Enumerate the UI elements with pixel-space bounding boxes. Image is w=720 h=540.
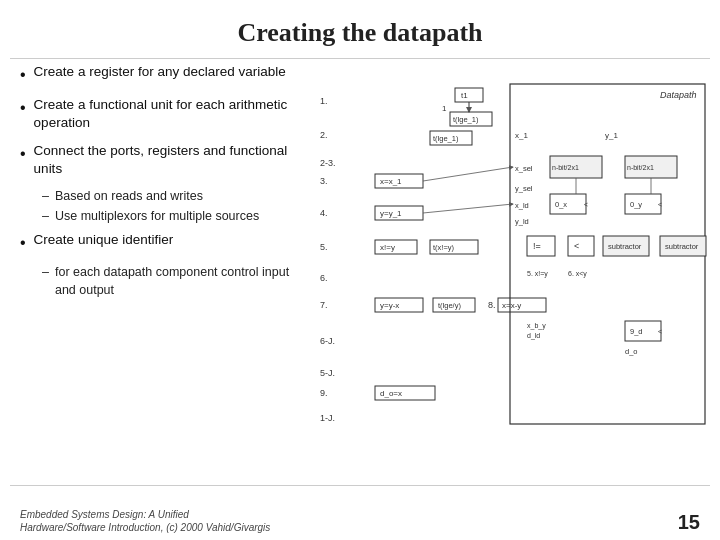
svg-text:t(lge_1): t(lge_1)	[433, 134, 459, 143]
svg-text:n-bit/2x1: n-bit/2x1	[627, 164, 654, 171]
sub-bullet-3-1: – Based on reads and writes	[42, 188, 310, 206]
sub-bullet-text-4-1: for each datapath component control inpu…	[55, 264, 310, 299]
sub-bullets-3: – Based on reads and writes – Use multip…	[42, 188, 310, 225]
svg-text:y_sel: y_sel	[515, 184, 533, 193]
bullet-dot-2: •	[20, 97, 26, 119]
svg-text:t1: t1	[461, 91, 468, 100]
svg-text:d_o=x: d_o=x	[380, 389, 402, 398]
svg-line-71	[423, 167, 513, 181]
svg-text:x_sel: x_sel	[515, 164, 533, 173]
svg-text:subtractor: subtractor	[665, 242, 699, 251]
svg-text:<: <	[574, 241, 579, 251]
svg-text:2.: 2.	[320, 130, 328, 140]
svg-rect-42	[568, 236, 594, 256]
svg-text:6. x<y: 6. x<y	[568, 270, 587, 278]
svg-text:y_ld: y_ld	[515, 217, 529, 226]
footer: Embedded Systems Design: A Unified Hardw…	[0, 508, 720, 534]
svg-text:t(lge/y): t(lge/y)	[438, 301, 461, 310]
bullet-text-1: Create a register for any declared varia…	[34, 63, 286, 81]
svg-text:5. x!=y: 5. x!=y	[527, 270, 548, 278]
bullet-3: • Connect the ports, registers and funct…	[20, 142, 310, 178]
svg-text:5-J.: 5-J.	[320, 368, 335, 378]
dash-3: –	[42, 264, 49, 282]
svg-text:6.: 6.	[320, 273, 328, 283]
svg-text:y=y_1: y=y_1	[380, 209, 402, 218]
svg-text:5.: 5.	[320, 242, 328, 252]
svg-text:y=y-x: y=y-x	[380, 301, 399, 310]
sub-bullet-3-2: – Use multiplexors for multiple sources	[42, 208, 310, 226]
bullet-dot-3: •	[20, 143, 26, 165]
page-number: 15	[678, 511, 700, 534]
bullet-4: • Create unique identifier	[20, 231, 310, 254]
svg-text:3.: 3.	[320, 176, 328, 186]
bullet-text-4: Create unique identifier	[34, 231, 174, 249]
svg-text:d_ld: d_ld	[527, 332, 540, 340]
bullet-text-2: Create a functional unit for each arithm…	[34, 96, 310, 132]
svg-text:7.: 7.	[320, 300, 328, 310]
sub-bullets-4: – for each datapath component control in…	[42, 264, 310, 299]
svg-text:<: <	[658, 201, 662, 208]
bullet-text-3: Connect the ports, registers and functio…	[34, 142, 310, 178]
sub-bullet-text-3-1: Based on reads and writes	[55, 188, 203, 206]
svg-text:4.: 4.	[320, 208, 328, 218]
svg-text:!=: !=	[533, 241, 541, 251]
sub-bullet-4-1: – for each datapath component control in…	[42, 264, 310, 299]
bullet-1: • Create a register for any declared var…	[20, 63, 310, 86]
svg-text:9.: 9.	[320, 388, 328, 398]
svg-rect-40	[527, 236, 555, 256]
svg-text:x=x_1: x=x_1	[380, 177, 402, 186]
svg-text:subtractor: subtractor	[608, 242, 642, 251]
svg-text:0_x: 0_x	[555, 200, 567, 209]
sub-bullet-text-3-2: Use multiplexors for multiple sources	[55, 208, 259, 226]
svg-text:Datapath: Datapath	[660, 90, 697, 100]
svg-text:<: <	[584, 201, 588, 208]
svg-text:d_o: d_o	[625, 347, 638, 356]
svg-text:<: <	[658, 328, 662, 335]
svg-text:t(lge_1): t(lge_1)	[453, 115, 479, 124]
right-panel: Datapath 1. t1 1 t(lge_1) 2. t(lge_1)	[320, 59, 710, 483]
svg-rect-3	[455, 88, 483, 102]
svg-text:y_1: y_1	[605, 131, 618, 140]
footer-divider	[10, 485, 710, 486]
footer-citation: Embedded Systems Design: A Unified Hardw…	[20, 508, 270, 534]
left-panel: • Create a register for any declared var…	[20, 59, 310, 483]
svg-text:6-J.: 6-J.	[320, 336, 335, 346]
dash-1: –	[42, 188, 49, 206]
datapath-diagram: Datapath 1. t1 1 t(lge_1) 2. t(lge_1)	[320, 59, 710, 483]
svg-text:n-bit/2x1: n-bit/2x1	[552, 164, 579, 171]
svg-text:2-3.: 2-3.	[320, 158, 336, 168]
svg-text:8.: 8.	[488, 300, 496, 310]
svg-line-72	[423, 204, 513, 213]
dash-2: –	[42, 208, 49, 226]
svg-text:0_y: 0_y	[630, 200, 642, 209]
svg-text:x!=y: x!=y	[380, 243, 395, 252]
bullet-dot-4: •	[20, 232, 26, 254]
svg-text:1: 1	[442, 104, 447, 113]
svg-text:9_d: 9_d	[630, 327, 643, 336]
svg-text:x_1: x_1	[515, 131, 528, 140]
svg-text:1-J.: 1-J.	[320, 413, 335, 423]
slide: Creating the datapath • Create a registe…	[0, 0, 720, 540]
bullet-dot-1: •	[20, 64, 26, 86]
svg-text:1.: 1.	[320, 96, 328, 106]
content-area: • Create a register for any declared var…	[0, 59, 720, 483]
bullet-2: • Create a functional unit for each arit…	[20, 96, 310, 132]
svg-text:x=x-y: x=x-y	[502, 301, 521, 310]
svg-text:x_ld: x_ld	[515, 201, 529, 210]
svg-text:x_b_y: x_b_y	[527, 322, 546, 330]
slide-title: Creating the datapath	[0, 0, 720, 58]
svg-text:t(x!=y): t(x!=y)	[433, 243, 455, 252]
